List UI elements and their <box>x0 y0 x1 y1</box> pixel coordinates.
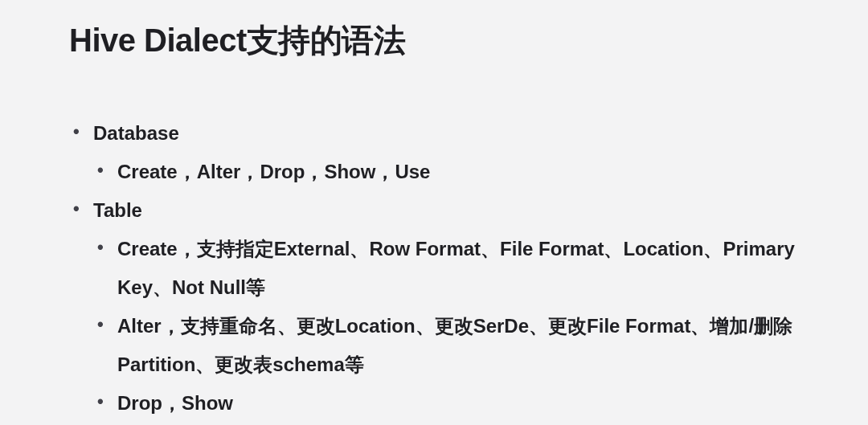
bullet-list-level1: Database Create，Alter，Drop，Show，Use Tabl… <box>69 114 799 423</box>
list-item: Database Create，Alter，Drop，Show，Use <box>69 114 799 191</box>
list-item: Create，支持指定External、Row Format、File Form… <box>93 230 799 307</box>
list-item-label: Alter，支持重命名、更改Location、更改SerDe、更改File Fo… <box>117 315 792 375</box>
list-item-label: Drop，Show <box>117 392 233 414</box>
list-item-label: Create，Alter，Drop，Show，Use <box>117 161 430 182</box>
bullet-list-level2: Create，支持指定External、Row Format、File Form… <box>93 230 799 423</box>
list-item: Table Create，支持指定External、Row Format、Fil… <box>69 191 799 423</box>
bullet-list-level2: Create，Alter，Drop，Show，Use <box>93 153 799 191</box>
slide-title: Hive Dialect支持的语法 <box>69 22 799 58</box>
list-item: Drop，Show <box>93 384 799 423</box>
list-item-label: Create，支持指定External、Row Format、File Form… <box>117 238 795 298</box>
list-item-label: Database <box>93 122 179 144</box>
list-item: Alter，支持重命名、更改Location、更改SerDe、更改File Fo… <box>93 307 799 384</box>
list-item-label: Table <box>93 199 142 221</box>
list-item: Create，Alter，Drop，Show，Use <box>93 153 799 191</box>
